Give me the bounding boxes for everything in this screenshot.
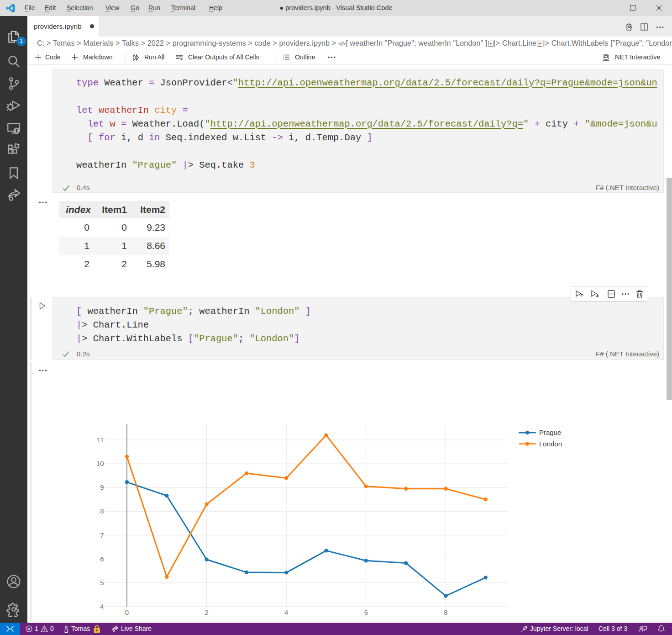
svg-text:Prague: Prague — [539, 429, 561, 436]
svg-text:7: 7 — [100, 531, 104, 539]
svg-text:London: London — [539, 440, 562, 448]
svg-text:8: 8 — [100, 507, 104, 515]
svg-text:9: 9 — [100, 483, 104, 491]
svg-text:6: 6 — [364, 609, 368, 616]
svg-text:4: 4 — [100, 603, 104, 610]
svg-text:6: 6 — [100, 555, 104, 563]
svg-text:8: 8 — [444, 609, 447, 616]
svg-text:10: 10 — [96, 460, 104, 467]
svg-text:4: 4 — [284, 609, 288, 616]
svg-text:0: 0 — [125, 609, 129, 616]
svg-text:5: 5 — [100, 579, 104, 587]
svg-text:11: 11 — [97, 436, 104, 444]
svg-text:2: 2 — [205, 609, 208, 616]
